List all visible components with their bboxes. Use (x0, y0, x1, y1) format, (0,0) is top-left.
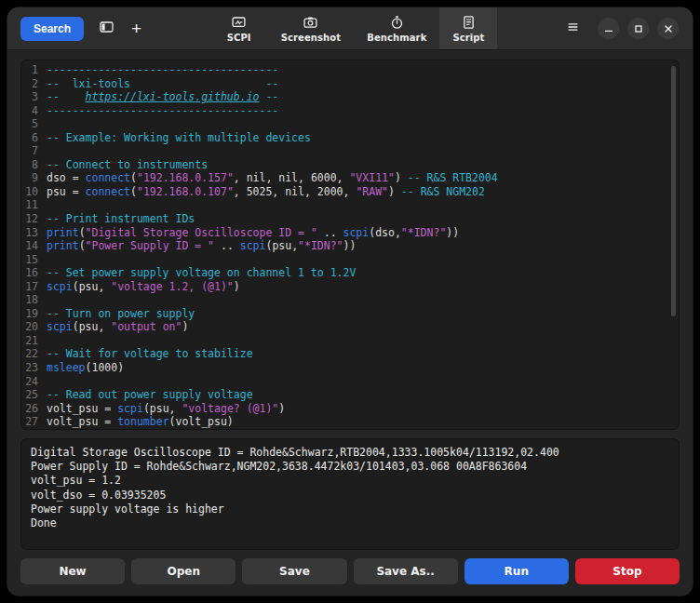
primary-menu-button[interactable] (564, 19, 582, 38)
line-number: 25 (21, 388, 47, 402)
code-text: -- Connect to instruments (47, 158, 208, 172)
code-token: "RAW" (356, 185, 388, 198)
footer-button-bar: NewOpenSaveSave As..RunStop (20, 558, 680, 584)
tab-label: SCPI (227, 33, 251, 43)
code-text: scpi(psu, "output on") (47, 320, 188, 334)
code-token: "192.168.0.107" (137, 185, 234, 198)
code-token: -- Wait for voltage to stabilize (47, 347, 253, 360)
close-button[interactable] (657, 18, 679, 39)
tab-scpi[interactable]: SCPI (210, 7, 268, 49)
code-link[interactable]: https://lxi-tools.github.io (86, 90, 260, 103)
code-token: (psu, (73, 320, 112, 333)
code-token: ( (79, 226, 86, 239)
scpi-icon (231, 15, 247, 30)
code-token: ( (79, 239, 86, 252)
minimize-button[interactable] (598, 18, 619, 39)
code-token: "voltage? (@1)" (182, 402, 278, 415)
script-icon (461, 15, 477, 30)
code-line: 22-- Wait for voltage to stabilize (21, 347, 679, 361)
code-token: .. (214, 239, 240, 252)
line-number: 6 (21, 131, 47, 145)
code-line: 19-- Turn on power supply (21, 307, 679, 321)
screenshot-icon (303, 15, 318, 30)
tab-script[interactable]: Script (439, 7, 497, 49)
tab-label: Benchmark (367, 33, 426, 43)
line-number: 11 (21, 198, 47, 212)
code-token: "*IDN?" (298, 239, 343, 252)
code-line: 12-- Print instrument IDs (21, 212, 679, 226)
code-token: -- (259, 90, 278, 103)
code-text: -- Turn on power supply (47, 307, 195, 321)
plus-icon: + (131, 21, 141, 36)
code-line: 8-- Connect to instruments (21, 158, 679, 172)
code-text: volt_psu = scpi(psu, "voltage? (@1)") (47, 402, 285, 416)
code-token: ------------------------------------ (47, 104, 278, 117)
code-token: -- R&S RTB2004 (408, 171, 498, 184)
code-text: -- Wait for voltage to stabilize (47, 347, 253, 361)
line-number: 19 (21, 307, 47, 321)
code-token: "*IDN?" (401, 226, 446, 239)
header-center: SCPIScreenshotBenchmarkScript (156, 7, 551, 49)
code-token: ) (234, 280, 240, 293)
code-text: volt_psu = tonumber(volt_psu) (47, 415, 234, 429)
code-token: )) (446, 226, 459, 239)
tab-screenshot[interactable]: Screenshot (268, 7, 354, 49)
console-output[interactable]: Digital Storage Oscilloscope ID = Rohde&… (20, 438, 680, 550)
console-line: volt_dso = 0.03935205 (31, 489, 669, 502)
line-number: 23 (21, 361, 47, 375)
line-number: 14 (21, 239, 47, 253)
code-line: 18 (21, 293, 679, 307)
line-number: 1 (21, 63, 47, 77)
line-number: 16 (21, 266, 47, 280)
code-token: -- R&S NGM202 (401, 185, 485, 198)
open-button[interactable]: Open (131, 558, 236, 584)
code-line: 14print("Power Supply ID = " .. scpi(psu… (21, 239, 679, 253)
add-tab-button[interactable]: + (129, 20, 143, 38)
tab-label: Script (452, 33, 484, 43)
run-button[interactable]: Run (464, 558, 569, 584)
code-token: volt_psu = (47, 415, 117, 428)
line-number: 15 (21, 253, 47, 267)
save-as-button[interactable]: Save As.. (354, 558, 458, 584)
code-token: (volt_psu) (169, 415, 234, 428)
code-line: 10psu = connect("192.168.0.107", 5025, n… (21, 185, 679, 199)
code-token: (psu, (73, 280, 112, 293)
code-line: 5 (21, 117, 679, 131)
code-token: -- Read out power supply voltage (47, 388, 253, 401)
maximize-button[interactable] (627, 18, 649, 39)
code-token: "192.168.0.157" (137, 171, 234, 184)
stop-button[interactable]: Stop (575, 558, 680, 584)
editor-scrollbar[interactable] (671, 66, 676, 316)
code-token: volt_psu = (47, 402, 117, 415)
code-text: dso = connect("192.168.0.157", nil, nil,… (47, 171, 498, 185)
code-line: 4------------------------------------ (21, 104, 679, 118)
code-text: ------------------------------------ (47, 63, 278, 77)
new-button[interactable]: New (20, 558, 125, 584)
code-text: psu = connect("192.168.0.107", 5025, nil… (47, 185, 485, 199)
code-text: -- Print instrument IDs (47, 212, 195, 226)
code-token: msleep (47, 361, 86, 374)
console-line: Power supply voltage is higher (31, 502, 669, 516)
code-token: scpi (343, 226, 370, 239)
save-button[interactable]: Save (242, 558, 346, 584)
console-line: volt_psu = 1.2 (31, 474, 669, 488)
tab-strip: SCPIScreenshotBenchmarkScript (210, 7, 498, 49)
code-token: ) (388, 185, 401, 198)
code-editor[interactable]: 1------------------------------------2--… (20, 60, 680, 430)
search-button[interactable]: Search (20, 17, 84, 41)
code-token: ) (278, 402, 285, 415)
code-line: 11 (21, 198, 679, 212)
code-token: -- Connect to instruments (47, 158, 208, 171)
benchmark-icon (389, 15, 405, 30)
tab-benchmark[interactable]: Benchmark (354, 7, 439, 49)
close-icon (663, 23, 674, 34)
code-text: -- Example: Working with multiple device… (47, 131, 311, 145)
code-line: 15 (21, 253, 679, 267)
line-number: 10 (21, 185, 47, 199)
sidebar-toggle-button[interactable] (97, 18, 116, 39)
line-number: 27 (21, 415, 47, 429)
code-line: 6-- Example: Working with multiple devic… (21, 131, 679, 145)
sidebar-toggle-icon (99, 20, 114, 37)
app-window: Search + SCPIScreenshotBenchmarkScript (7, 7, 693, 596)
code-token: -- Example: Working with multiple device… (47, 131, 311, 144)
